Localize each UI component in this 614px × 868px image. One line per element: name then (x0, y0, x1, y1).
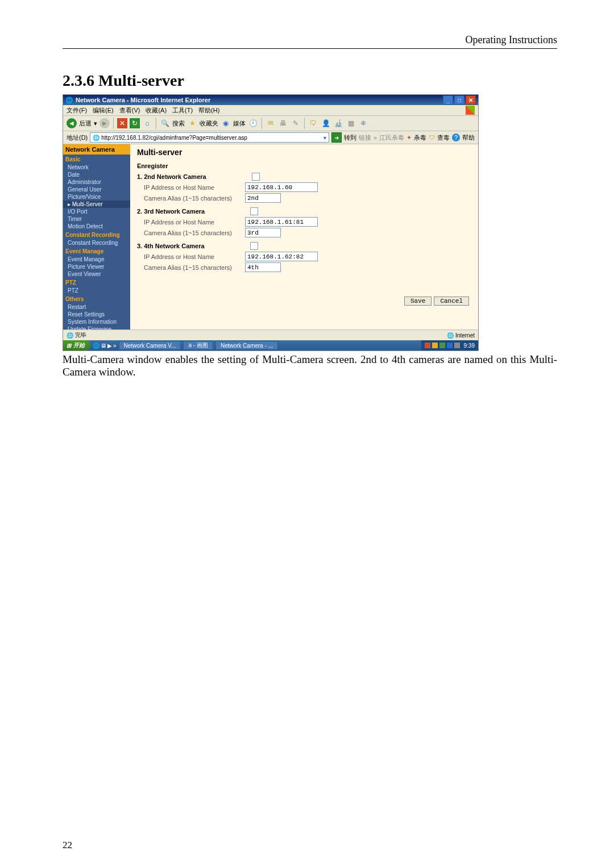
sidebar-item-timer[interactable]: Timer (63, 215, 130, 223)
extra-icon-1[interactable]: ▦ (346, 118, 356, 128)
menu-file[interactable]: 文件(F) (67, 106, 87, 115)
refresh-button[interactable]: ↻ (130, 118, 140, 128)
menu-favorites[interactable]: 收藏(A) (146, 106, 167, 115)
extra-link-1[interactable]: 江民杀毒 (379, 133, 404, 142)
taskbar-task-1[interactable]: Network Camera V... (119, 341, 181, 350)
media-label[interactable]: 媒体 (233, 119, 246, 128)
camera-3rd-ip-input[interactable] (245, 217, 318, 227)
back-dropdown-icon[interactable]: ▾ (94, 120, 97, 127)
home-button[interactable]: ⌂ (142, 118, 152, 128)
menu-tools[interactable]: 工具(T) (172, 106, 193, 115)
camera-2nd-ip-input[interactable] (245, 182, 318, 192)
print-icon[interactable]: 🖶 (278, 118, 288, 128)
edit-icon[interactable]: ✎ (291, 118, 301, 128)
messenger-icon[interactable]: 👤 (321, 118, 331, 128)
zone-text: Internet (455, 332, 475, 339)
sidebar-item-motion-detect[interactable]: Motion Detect (63, 223, 130, 230)
sidebar: Network Camera Basic Network Date Admini… (63, 144, 130, 342)
discuss-icon[interactable]: 🗨 (308, 118, 318, 128)
camera-block-3rd: 2. 3rd Network Camera IP Address or Host… (137, 207, 471, 237)
sidebar-section-others: Others (63, 294, 130, 303)
sidebar-item-system-information[interactable]: System Information (63, 318, 130, 326)
tray-icon-4[interactable] (447, 343, 453, 348)
zone-icon: 🌐 (447, 332, 454, 339)
start-button[interactable]: ⊞ 开始 (63, 340, 90, 350)
back-label[interactable]: 后退 (79, 119, 92, 128)
sidebar-item-network[interactable]: Network (63, 164, 130, 171)
sidebar-item-io-port[interactable]: I/O Port (63, 208, 130, 215)
sidebar-item-administrator[interactable]: Administrator (63, 178, 130, 186)
taskbar-task-2[interactable]: a - 画图 (183, 341, 213, 350)
camera-4th-ip-input[interactable] (245, 252, 318, 261)
history-icon[interactable]: 🕘 (248, 118, 258, 128)
quicklaunch-media-icon[interactable]: ▶ (107, 343, 112, 349)
links-chevron[interactable]: » (374, 134, 377, 141)
favorites-icon[interactable]: ★ (187, 118, 197, 128)
address-bar: 地址(D) 🌐 http://192.168.1.82/cgi/adminfra… (63, 131, 478, 144)
scan-icon[interactable]: 🛡 (429, 134, 435, 141)
media-icon[interactable]: ◉ (221, 118, 231, 128)
tray-icon-2[interactable] (432, 343, 438, 348)
quicklaunch-desktop-icon[interactable]: 🖥 (101, 343, 106, 349)
camera-4th-alias-input[interactable] (245, 262, 281, 272)
camera-3rd-checkbox[interactable] (250, 207, 258, 215)
minimize-button[interactable]: _ (443, 95, 453, 105)
sidebar-section-event: Event Manage (63, 247, 130, 256)
back-button[interactable]: ◄ (67, 118, 77, 128)
ie-window: 🌐 Network Camera - Microsoft Internet Ex… (63, 94, 479, 351)
tray-icon-1[interactable] (425, 343, 430, 348)
extra-link-2[interactable]: 杀毒 (414, 133, 426, 142)
address-input[interactable]: 🌐 http://192.168.1.82/cgi/adminframe?Pag… (90, 132, 329, 143)
url-icon: 🌐 (93, 135, 99, 141)
camera-block-2nd: 1. 2nd Network Camera IP Address or Host… (137, 173, 471, 203)
sidebar-item-event-viewer[interactable]: Event Viewer (63, 270, 130, 278)
menu-help[interactable]: 帮助(H) (198, 106, 219, 115)
forward-button[interactable]: ► (99, 118, 110, 128)
quicklaunch-chevron[interactable]: » (113, 343, 117, 349)
help-icon[interactable]: ? (452, 133, 460, 141)
extra-link-4[interactable]: 帮助 (462, 133, 475, 142)
quicklaunch-ie-icon[interactable]: 🌐 (93, 343, 99, 349)
sidebar-item-multi-server[interactable]: ▸ Multi-Server (63, 201, 130, 208)
favorites-label[interactable]: 收藏夹 (200, 119, 218, 128)
stop-button[interactable]: ✕ (117, 118, 127, 128)
extra-link-3[interactable]: 查毒 (437, 133, 450, 142)
camera-2nd-alias-input[interactable] (245, 193, 281, 203)
sidebar-item-general-user[interactable]: General User (63, 186, 130, 193)
tray-icon-3[interactable] (439, 343, 445, 348)
sidebar-item-event-manage[interactable]: Event Manage (63, 256, 130, 263)
maximize-button[interactable]: □ (454, 95, 464, 105)
extra-icon-2[interactable]: ❄ (358, 118, 368, 128)
sidebar-item-ptz[interactable]: PTZ (63, 287, 130, 294)
mail-icon[interactable]: ✉ (265, 118, 276, 128)
av-icon[interactable]: ✦ (406, 134, 412, 141)
sidebar-item-picture-voice[interactable]: Picture/Voice (63, 193, 130, 201)
camera-4th-checkbox[interactable] (250, 242, 258, 250)
taskbar-task-3[interactable]: Network Camera - ... (215, 341, 278, 350)
go-button[interactable]: ➜ (331, 132, 342, 143)
sidebar-main-title: Network Camera (63, 144, 130, 155)
save-button[interactable]: Save (404, 297, 432, 306)
research-icon[interactable]: 🔬 (333, 118, 343, 128)
camera-4th-ip-label: IP Address or Host Name (144, 253, 240, 260)
camera-2nd-checkbox[interactable] (252, 173, 260, 181)
search-label[interactable]: 搜索 (172, 119, 185, 128)
camera-3rd-alias-input[interactable] (245, 228, 281, 237)
menu-view[interactable]: 查看(V) (119, 106, 140, 115)
go-label[interactable]: 转到 (344, 133, 356, 142)
enregister-label: Enregister (137, 162, 471, 169)
address-dropdown-icon[interactable]: ▾ (323, 135, 326, 141)
sidebar-item-reset-settings[interactable]: Reset Settings (63, 311, 130, 318)
sidebar-item-date[interactable]: Date (63, 171, 130, 178)
panel-title: Multi-server (137, 148, 471, 157)
sidebar-item-picture-viewer[interactable]: Picture Viewer (63, 263, 130, 270)
close-button[interactable]: ✕ (466, 95, 476, 105)
menu-edit[interactable]: 编辑(E) (93, 106, 114, 115)
camera-4th-alias-label: Camera Alias (1~15 characters) (144, 264, 240, 271)
status-done-icon: 🌐 (67, 332, 73, 339)
tray-icon-5[interactable] (454, 343, 460, 348)
cancel-button[interactable]: Cancel (434, 297, 469, 306)
sidebar-item-restart[interactable]: Restart (63, 303, 130, 311)
search-icon[interactable]: 🔍 (160, 118, 170, 128)
sidebar-item-constant-recording[interactable]: Constant Recording (63, 239, 130, 247)
